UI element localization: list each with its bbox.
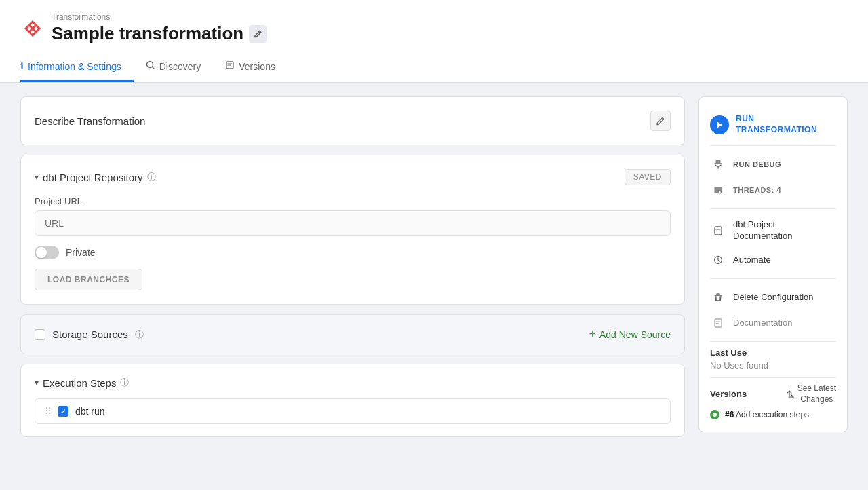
main-layout: Describe Transformation ▾ dbt Project Re… xyxy=(0,83,868,451)
version-description: Add execution steps xyxy=(736,410,809,419)
swap-icon xyxy=(786,390,795,398)
tab-versions-label: Versions xyxy=(239,61,275,72)
dbt-section-title: dbt Project Repository xyxy=(43,172,143,183)
documentation-row[interactable]: Documentation xyxy=(710,310,836,336)
automate-label: Automate xyxy=(733,255,771,265)
describe-card-header: Describe Transformation xyxy=(35,111,671,131)
describe-edit-icon xyxy=(656,116,665,126)
tab-versions[interactable]: Versions xyxy=(225,54,288,82)
threads-row[interactable]: THREADS: 4 xyxy=(710,177,836,203)
dbt-run-checkbox[interactable]: ✓ xyxy=(58,406,68,417)
checkmark-icon: ✓ xyxy=(60,408,66,415)
url-input[interactable] xyxy=(35,210,671,236)
add-source-label: Add New Source xyxy=(599,329,671,340)
drag-handle[interactable]: ⠿ xyxy=(45,406,51,417)
see-latest-button[interactable]: See Latest Changes xyxy=(786,383,836,404)
run-transformation-row[interactable]: RUN TRANSFORMATION xyxy=(710,109,836,140)
tab-info-label: Information & Settings xyxy=(28,61,121,72)
automate-row[interactable]: Automate xyxy=(710,247,836,273)
dbt-repo-card: ▾ dbt Project Repository ⓘ SAVED Project… xyxy=(20,155,685,305)
run-play-icon xyxy=(710,115,729,134)
tab-discovery-label: Discovery xyxy=(159,61,201,72)
version-number: #6 xyxy=(725,410,734,419)
describe-card-title: Describe Transformation xyxy=(35,115,145,127)
tab-discovery[interactable]: Discovery xyxy=(146,54,213,82)
run-debug-row[interactable]: RUN DEBUG xyxy=(710,151,836,177)
documentation-icon xyxy=(710,315,726,331)
header: Transformations Sample transformation ℹ … xyxy=(0,0,868,83)
run-debug-label: RUN DEBUG xyxy=(733,160,781,168)
see-latest-label: See Latest Changes xyxy=(797,383,836,404)
delete-config-row[interactable]: Delete Configuration xyxy=(710,284,836,310)
header-top: Transformations Sample transformation xyxy=(20,12,848,44)
toggle-thumb xyxy=(36,247,47,258)
project-url-label: Project URL xyxy=(35,196,671,206)
dbt-section-header: ▾ dbt Project Repository ⓘ xyxy=(35,171,156,183)
exec-info-icon: ⓘ xyxy=(120,377,129,389)
storage-info-icon: ⓘ xyxy=(135,328,144,341)
dbt-doc-label: dbt Project Documentation xyxy=(733,219,792,242)
page-title: Sample transformation xyxy=(52,23,243,44)
threads-label: THREADS: 4 xyxy=(733,186,781,194)
project-url-section: Project URL xyxy=(35,196,671,236)
version-dot-inner xyxy=(713,413,717,417)
dbt-info-icon: ⓘ xyxy=(147,171,156,183)
versions-row: Versions See Latest Changes xyxy=(710,383,836,404)
exec-item: ⠿ ✓ dbt run xyxy=(35,398,671,424)
left-panel: Describe Transformation ▾ dbt Project Re… xyxy=(20,96,685,437)
storage-left: Storage Sources ⓘ xyxy=(35,328,144,341)
dbt-collapse-button[interactable]: ▾ xyxy=(35,172,39,182)
delete-config-label: Delete Configuration xyxy=(733,292,814,302)
edit-icon xyxy=(254,29,262,38)
tabs-bar: ℹ Information & Settings Discovery Versi… xyxy=(20,54,848,82)
run-transformation-label: RUN TRANSFORMATION xyxy=(736,114,817,135)
right-panel: RUN TRANSFORMATION RUN DEBUG THREADS: 4 xyxy=(698,96,848,437)
page-title-row: Sample transformation xyxy=(52,23,267,44)
app-container: Transformations Sample transformation ℹ … xyxy=(0,0,868,490)
plus-icon: + xyxy=(589,327,596,341)
automate-icon xyxy=(710,252,726,268)
storage-card: Storage Sources ⓘ + Add New Source xyxy=(20,314,685,354)
dbt-doc-icon xyxy=(710,223,726,239)
last-use-section: Last Use No Uses found xyxy=(710,347,836,371)
versions-section: Versions See Latest Changes #6 Add execu… xyxy=(710,383,836,419)
versions-tab-icon xyxy=(225,60,235,72)
storage-header: Storage Sources ⓘ + Add New Source xyxy=(35,327,671,341)
version-status-dot xyxy=(710,410,719,419)
breadcrumb: Transformations xyxy=(52,12,267,22)
app-logo xyxy=(20,16,45,41)
version-text: #6 Add execution steps xyxy=(725,410,809,419)
execution-card: ▾ Execution Steps ⓘ ⠿ ✓ dbt run xyxy=(20,364,685,437)
last-use-title: Last Use xyxy=(710,347,836,358)
exec-collapse-button[interactable]: ▾ xyxy=(35,378,39,388)
tab-info-settings[interactable]: ℹ Information & Settings xyxy=(20,54,134,82)
load-branches-button[interactable]: LOAD BRANCHCES xyxy=(35,269,142,290)
run-debug-icon xyxy=(710,156,726,172)
add-source-button[interactable]: + Add New Source xyxy=(589,327,671,341)
no-use-text: No Uses found xyxy=(710,360,836,371)
documentation-label: Documentation xyxy=(733,318,792,328)
header-title-group: Transformations Sample transformation xyxy=(52,12,267,44)
exec-header: ▾ Execution Steps ⓘ xyxy=(35,377,671,389)
storage-checkbox[interactable] xyxy=(35,329,45,340)
delete-icon xyxy=(710,289,726,305)
right-card: RUN TRANSFORMATION RUN DEBUG THREADS: 4 xyxy=(698,96,848,432)
edit-title-button[interactable] xyxy=(249,25,267,43)
storage-title: Storage Sources xyxy=(52,328,128,340)
private-toggle-row: Private xyxy=(35,246,671,259)
exec-title: Execution Steps xyxy=(43,377,116,389)
versions-title: Versions xyxy=(710,389,747,399)
describe-edit-button[interactable] xyxy=(650,111,671,131)
dbt-card-header: ▾ dbt Project Repository ⓘ SAVED xyxy=(35,169,671,185)
describe-card: Describe Transformation xyxy=(20,96,685,145)
version-item: #6 Add execution steps xyxy=(710,410,836,419)
dbt-doc-row[interactable]: dbt Project Documentation xyxy=(710,214,836,247)
threads-icon xyxy=(710,182,726,198)
saved-badge: SAVED xyxy=(625,169,671,185)
exec-item-label: dbt run xyxy=(75,406,105,417)
private-label: Private xyxy=(66,247,96,258)
info-tab-icon: ℹ xyxy=(20,61,24,71)
private-toggle[interactable] xyxy=(35,246,59,259)
discovery-tab-icon xyxy=(146,60,155,72)
